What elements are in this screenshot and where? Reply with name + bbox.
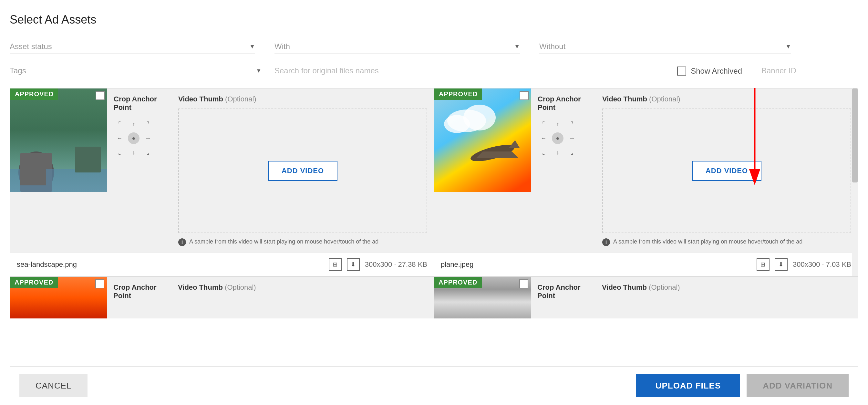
asset-2-download-icon[interactable]: ⬇: [775, 258, 787, 271]
show-archived-checkbox[interactable]: [677, 66, 686, 75]
asset-3-crop-title: Crop Anchor Point: [113, 283, 165, 300]
asset-1-checkbox[interactable]: [96, 91, 104, 100]
asset-1-video-hint: i A sample from this video will start pl…: [178, 238, 427, 246]
anchor2-bl[interactable]: ⌞: [538, 147, 549, 158]
asset-4-video-title: Video Thumb (Optional): [602, 283, 851, 292]
upload-files-button[interactable]: UPLOAD FILES: [636, 374, 740, 397]
asset-2-add-video-button[interactable]: ADD VIDEO: [692, 161, 762, 181]
anchor-tr[interactable]: ⌝: [142, 118, 154, 130]
asset-1-info-icon: i: [178, 238, 186, 246]
asset-2-meta: 300x300 · 7.03 KB: [793, 260, 851, 269]
anchor-tc[interactable]: ↑: [128, 118, 140, 130]
asset-1-actions: ⊞ ⬇: [329, 258, 360, 271]
asset-3-approved-badge: APPROVED: [10, 277, 58, 288]
asset-2-approved-badge: APPROVED: [434, 89, 482, 100]
search-field[interactable]: Search for original files names: [275, 64, 658, 78]
banner-id-label: Banner ID: [762, 66, 796, 75]
show-archived-container: Show Archived: [677, 66, 742, 75]
show-archived-label: Show Archived: [691, 66, 742, 75]
asset-1-video-thumb-area: ADD VIDEO: [178, 108, 427, 233]
asset-status-arrow-icon: ▼: [249, 43, 255, 50]
asset-1-hint-text: A sample from this video will start play…: [189, 238, 378, 246]
anchor2-ml[interactable]: ←: [538, 132, 549, 144]
anchor-bc[interactable]: ↓: [128, 147, 140, 158]
with-arrow-icon: ▼: [514, 43, 520, 50]
without-label: Without: [539, 42, 785, 51]
asset-2-hint-text: A sample from this video will start play…: [613, 238, 802, 246]
anchor2-tc[interactable]: ↑: [552, 118, 563, 130]
search-placeholder: Search for original files names: [275, 66, 379, 75]
anchor-tl[interactable]: ⌜: [114, 118, 125, 130]
anchor-bl[interactable]: ⌞: [114, 147, 125, 158]
scrollbar-thumb[interactable]: [852, 89, 858, 183]
anchor2-bc[interactable]: ↓: [552, 147, 563, 158]
right-filter-group: Show Archived Banner ID: [677, 64, 858, 78]
asset-1-approved-badge: APPROVED: [10, 89, 58, 100]
asset-card-1: APPROVED: [10, 88, 434, 277]
cancel-button[interactable]: CANCEL: [20, 374, 88, 397]
asset-3-image-section: APPROVED: [10, 277, 107, 318]
asset-4-approved-badge: APPROVED: [434, 277, 482, 288]
asset-status-select[interactable]: Asset status ▼: [10, 39, 255, 54]
asset-2-checkbox[interactable]: [520, 91, 529, 100]
without-arrow-icon: ▼: [785, 43, 791, 50]
content-area: APPROVED: [10, 88, 858, 366]
asset-1-video-thumb: Video Thumb (Optional) ADD VIDEO i A sam…: [172, 89, 434, 253]
right-buttons: UPLOAD FILES ADD VARIATION: [636, 374, 848, 397]
asset-card-2: APPROVED: [434, 88, 858, 277]
asset-1-grid-icon[interactable]: ⊞: [329, 258, 342, 271]
filter-row-2: Tags ▼ Search for original files names S…: [10, 64, 858, 78]
asset-2-bottom-right: ⊞ ⬇ 300x300 · 7.03 KB: [756, 258, 851, 271]
asset-4-image-section: APPROVED: [434, 277, 531, 318]
asset-2-crop-anchor-title: Crop Anchor Point: [538, 95, 589, 112]
asset-1-video-thumb-title: Video Thumb (Optional): [178, 95, 427, 103]
asset-1-bottom-left: sea-landscape.png: [17, 260, 77, 269]
asset-1-meta: 300x300 · 27.38 KB: [365, 260, 427, 269]
asset-card-4: APPROVED Crop Anchor Point Video Thumb (…: [434, 277, 858, 318]
filter-row-1: Asset status ▼ With ▼ Without ▼: [10, 39, 858, 54]
asset-1-crop-anchor-title: Crop Anchor Point: [114, 95, 165, 112]
asset-2-image: [434, 89, 531, 192]
asset-card-1-top: APPROVED: [10, 89, 434, 253]
asset-1-image: [10, 89, 107, 192]
anchor2-mr[interactable]: →: [566, 132, 578, 144]
asset-1-bottom-right: ⊞ ⬇ 300x300 · 27.38 KB: [329, 258, 427, 271]
anchor-mc[interactable]: ●: [128, 132, 140, 144]
asset-3-video: Video Thumb (Optional): [172, 277, 434, 318]
asset-2-bottom-left: plane.jpeg: [441, 260, 474, 269]
anchor-ml[interactable]: ←: [114, 132, 125, 144]
asset-1-download-icon[interactable]: ⬇: [347, 258, 360, 271]
anchor-mr[interactable]: →: [142, 132, 154, 144]
svg-rect-6: [75, 147, 101, 173]
asset-2-actions: ⊞ ⬇: [756, 258, 787, 271]
asset-2-grid-icon[interactable]: ⊞: [756, 258, 770, 271]
asset-2-video-hint: i A sample from this video will start pl…: [602, 238, 851, 246]
add-variation-button[interactable]: ADD VARIATION: [747, 374, 848, 397]
tags-select[interactable]: Tags ▼: [10, 64, 261, 78]
asset-grid: APPROVED: [10, 88, 858, 366]
asset-2-video-thumb-title: Video Thumb (Optional): [602, 95, 851, 103]
scrollbar[interactable]: [852, 89, 858, 276]
asset-4-checkbox[interactable]: [519, 279, 528, 288]
asset-status-label: Asset status: [10, 42, 249, 51]
asset-1-image-section: APPROVED: [10, 89, 107, 253]
bottom-bar: CANCEL UPLOAD FILES ADD VARIATION: [10, 366, 858, 405]
svg-marker-12: [476, 152, 518, 158]
anchor2-tl[interactable]: ⌜: [538, 118, 549, 130]
asset-1-anchor-grid: ⌜ ↑ ⌝ ← ● → ⌞ ↓ ⌟: [114, 118, 152, 158]
anchor2-br[interactable]: ⌟: [566, 147, 578, 158]
asset-1-bottom: sea-landscape.png ⊞ ⬇ 300x300 · 27.38 KB: [10, 253, 434, 276]
tags-arrow-icon: ▼: [256, 67, 261, 74]
svg-rect-7: [434, 89, 531, 192]
asset-3-crop: Crop Anchor Point: [107, 277, 172, 318]
with-select[interactable]: With ▼: [275, 39, 520, 54]
asset-3-checkbox[interactable]: [95, 279, 104, 288]
asset-card-2-top: APPROVED: [434, 89, 858, 253]
anchor-br[interactable]: ⌟: [142, 147, 154, 158]
anchor2-mc[interactable]: ●: [552, 132, 563, 144]
asset-2-video-thumb: Video Thumb (Optional) ADD VIDEO i A sam…: [596, 89, 858, 253]
asset-1-add-video-button[interactable]: ADD VIDEO: [268, 161, 337, 181]
without-select[interactable]: Without ▼: [539, 39, 791, 54]
banner-id-field[interactable]: Banner ID: [762, 64, 858, 78]
anchor2-tr[interactable]: ⌝: [566, 118, 578, 130]
